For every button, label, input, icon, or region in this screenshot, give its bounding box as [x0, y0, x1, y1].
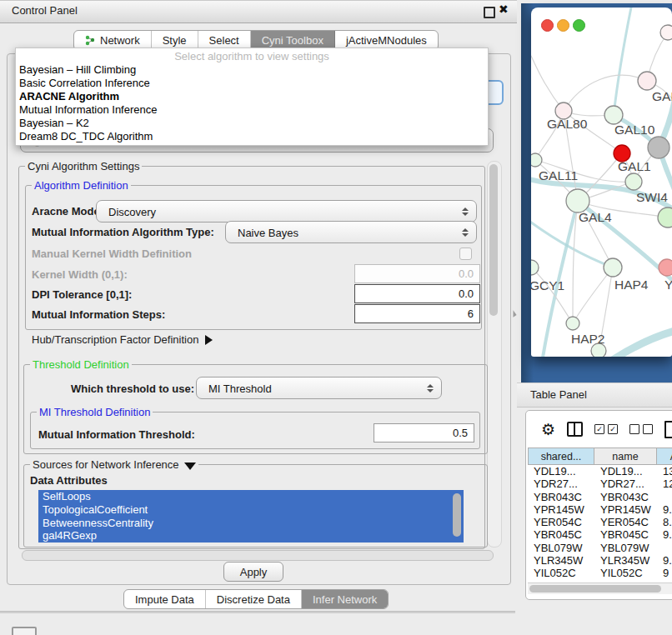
table-row[interactable]: YLR345WYLR345W9.	[528, 554, 672, 567]
table-cell[interactable]: YLR345W	[528, 554, 594, 567]
attribute-item[interactable]: gal4RGexp	[38, 529, 464, 542]
table-cell[interactable]: 9	[657, 567, 672, 579]
settings-horizontal-scrollbar[interactable]	[22, 550, 494, 561]
network-edge[interactable]	[564, 75, 647, 111]
network-node-hap4[interactable]	[604, 258, 622, 277]
network-node-gal1[interactable]	[625, 173, 642, 190]
algorithm-option[interactable]: Bayesian – K2	[16, 117, 488, 130]
network-node-gal11[interactable]	[531, 153, 542, 167]
table-row[interactable]: YBR045CYBR045C9.	[528, 528, 672, 541]
table-cell[interactable]: YBR045C	[528, 528, 594, 541]
attribute-item[interactable]: BetweennessCentrality	[38, 517, 464, 530]
attribute-item[interactable]: SelfLoops	[38, 490, 464, 503]
manual-kernel-checkbox[interactable]	[459, 248, 472, 260]
column-layout-icon[interactable]	[567, 422, 583, 437]
tab-infer-network[interactable]: Infer Network	[302, 590, 388, 608]
network-canvas[interactable]: GALGAL80GAL10GAL1GAL11SWI4GAL4GCY1HAP4YH…	[531, 8, 672, 357]
dpi-tolerance-field[interactable]: 0.0	[354, 284, 480, 303]
table-cell[interactable]: 13	[657, 465, 672, 478]
table-cell[interactable]	[657, 491, 672, 503]
tab-discretize-data[interactable]: Discretize Data	[206, 590, 302, 608]
table-row[interactable]: YIL052CYIL052C9	[528, 567, 672, 579]
network-node-gcy1[interactable]	[531, 260, 539, 275]
settings-vertical-scrollbar-thumb[interactable]	[489, 164, 498, 316]
table-cell[interactable]: YER054C	[594, 516, 657, 528]
column-header-name[interactable]: name	[594, 448, 657, 465]
table-cell[interactable]: YDL19...	[594, 465, 657, 478]
network-view-window[interactable]: GALGAL80GAL10GAL1GAL11SWI4GAL4GCY1HAP4YH…	[531, 8, 672, 357]
hub-definition-expander[interactable]: Hub/Transcription Factor Definition	[32, 333, 213, 346]
algorithm-option[interactable]: Bayesian – Hill Climbing	[16, 63, 488, 77]
column-header-shared-name[interactable]: shared...	[528, 448, 594, 465]
float-window-icon[interactable]	[484, 7, 495, 18]
table-row[interactable]: YBL079WYBL079W	[528, 542, 672, 554]
table-row[interactable]: YER054CYER054C8.	[528, 516, 672, 528]
table-cell[interactable]: YDR27...	[594, 478, 657, 490]
sources-legend[interactable]: Sources for Network Inference	[30, 458, 198, 471]
table-cell[interactable]: 12	[657, 478, 672, 490]
algorithm-option[interactable]: ARACNE Algorithm	[16, 90, 488, 103]
table-cell[interactable]: 9.	[657, 554, 672, 567]
mi-type-combo[interactable]: Naive Bayes	[225, 221, 477, 243]
which-threshold-combo[interactable]: MI Threshold	[196, 377, 442, 399]
table-cell[interactable]: YIL052C	[528, 567, 594, 579]
export-table-icon[interactable]	[664, 421, 672, 438]
table-cell[interactable]: YBL079W	[594, 542, 657, 554]
network-node-swi4[interactable]	[658, 208, 672, 228]
network-edge[interactable]	[611, 329, 672, 357]
select-all-icon[interactable]: ✓✓	[594, 424, 618, 434]
table-cell[interactable]: 9.	[657, 528, 672, 541]
table-cell[interactable]: YLR345W	[594, 554, 657, 567]
gear-icon[interactable]: ⚙	[541, 422, 555, 438]
settings-vertical-scrollbar[interactable]	[487, 161, 502, 548]
collapsed-panel-icon[interactable]	[12, 627, 37, 635]
algorithm-option[interactable]: Basic Correlation Inference	[16, 77, 488, 90]
algorithm-option[interactable]: Dream8 DC_TDC Algorithm	[16, 130, 488, 143]
network-edge[interactable]	[573, 268, 613, 323]
network-edge[interactable]	[531, 56, 564, 111]
table-cell[interactable]: 9.	[657, 503, 672, 516]
deselect-all-icon[interactable]	[629, 424, 653, 434]
table-cell[interactable]: YPR145W	[594, 503, 657, 516]
table-row[interactable]: YPR145WYPR145W9.	[528, 503, 672, 516]
network-node-hap2[interactable]	[566, 317, 579, 330]
mi-threshold-field[interactable]: 0.5	[374, 423, 474, 442]
table-row[interactable]: YDR27...YDR27...12	[528, 478, 672, 490]
column-header-partial[interactable]: A	[657, 448, 672, 465]
table-cell[interactable]: YIL052C	[594, 567, 657, 579]
algorithm-option[interactable]: Mutual Information Inference	[16, 103, 488, 117]
data-attributes-list[interactable]: SelfLoopsTopologicalCoefficientBetweenne…	[38, 490, 464, 542]
table-cell[interactable]: YDR27...	[528, 478, 594, 490]
collapse-down-icon[interactable]	[184, 462, 196, 470]
table-cell[interactable]: YBR045C	[594, 528, 657, 541]
network-node[interactable]	[660, 25, 672, 40]
network-node[interactable]	[648, 137, 669, 158]
table-body[interactable]: YDL19...YDL19...13YDR27...YDR27...12YBR0…	[528, 465, 672, 580]
table-cell[interactable]: YBR043C	[528, 491, 594, 503]
table-horizontal-scrollbar[interactable]	[528, 582, 672, 594]
close-icon[interactable]: ✖	[499, 2, 509, 16]
network-edge[interactable]	[614, 8, 631, 115]
table-cell[interactable]: YER054C	[528, 516, 594, 528]
apply-button[interactable]: Apply	[223, 562, 283, 582]
tab-impute-data[interactable]: Impute Data	[124, 590, 206, 608]
kernel-width-field[interactable]: 0.0	[354, 264, 480, 283]
table-horizontal-scrollbar-thumb[interactable]	[529, 585, 661, 592]
expand-right-icon[interactable]	[205, 335, 213, 345]
network-node-y[interactable]	[659, 259, 672, 276]
table-cell[interactable]: YBL079W	[528, 542, 594, 554]
aracne-mode-combo[interactable]: Discovery	[96, 200, 477, 222]
attributes-scrollbar-thumb[interactable]	[453, 493, 461, 537]
table-cell[interactable]: YBR043C	[594, 491, 657, 503]
network-node-gal[interactable]	[638, 72, 656, 90]
mi-steps-field[interactable]: 6	[354, 304, 480, 323]
table-row[interactable]: YDL19...YDL19...13	[528, 465, 672, 478]
table-cell[interactable]: YPR145W	[528, 503, 594, 516]
attribute-item[interactable]: TopologicalCoefficient	[38, 503, 464, 517]
table-cell[interactable]: 8.	[657, 516, 672, 528]
table-row[interactable]: YBR043CYBR043C	[528, 491, 672, 503]
network-node-gal4[interactable]	[566, 189, 589, 212]
table-cell[interactable]	[657, 542, 672, 554]
table-cell[interactable]: YDL19...	[528, 465, 594, 478]
network-node-gal10[interactable]	[604, 106, 623, 124]
